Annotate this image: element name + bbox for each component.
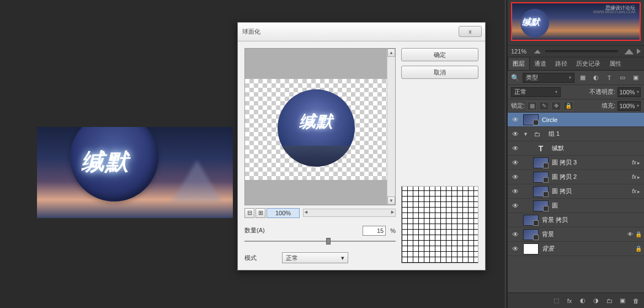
ok-button[interactable]: 确定 [401,48,478,61]
layer-name[interactable]: 背景 [542,245,635,253]
panel-divider[interactable] [505,0,505,308]
visibility-toggle[interactable]: 👁 [508,231,523,238]
layer-thumbnail[interactable] [523,114,539,125]
visibility-toggle[interactable]: 👁 [508,130,523,138]
search-icon[interactable]: 🔍 [511,74,519,82]
amount-label: 数量(A) [244,226,278,235]
adjustment-layer-icon[interactable]: ◑ [590,295,602,306]
layer-row[interactable]: 👁圆 [508,199,644,213]
layer-row[interactable]: 👁背景🔒 [508,242,644,256]
navigator-zoom-value[interactable]: 121% [511,48,526,55]
fx-expand-icon[interactable]: ▸ [637,160,640,166]
tab-paths[interactable]: 路径 [551,57,572,70]
tab-history[interactable]: 历史记录 [572,57,605,70]
tab-channels[interactable]: 通道 [530,57,551,70]
layer-name[interactable]: 圆 [552,201,642,210]
tab-properties[interactable]: 属性 [605,57,626,70]
visibility-toggle[interactable]: 👁 [508,159,523,167]
zoom-in-icon[interactable] [625,49,634,54]
fx-expand-icon[interactable]: ▸ [637,189,640,194]
filter-adjust-icon[interactable]: ◐ [591,73,601,83]
layer-thumbnail[interactable] [533,200,549,211]
filter-type-select[interactable]: 类型▾ [523,73,574,83]
zoom-value[interactable]: 100% [267,208,300,218]
fx-expand-icon[interactable]: ▸ [637,174,640,180]
fill-value[interactable]: 100%▾ [618,101,641,111]
lock-transparency-icon[interactable]: ▦ [527,102,537,110]
layer-row[interactable]: 👁Circle [508,113,644,127]
filter-pixel-icon[interactable]: ▦ [578,73,588,83]
zoom-out-button[interactable]: ⊟ [244,208,254,218]
layer-thumbnail[interactable]: 🗀 [530,129,545,140]
scroll-up-icon[interactable]: ▲ [387,49,395,57]
zoom-out-icon[interactable] [534,50,541,54]
layer-row[interactable]: 👁▼🗀组 1 [508,127,644,141]
visibility-toggle[interactable]: 👁 [508,245,523,253]
layer-row[interactable]: 👁圆 拷贝 2fx▸ [508,170,644,184]
new-layer-icon[interactable]: ▣ [616,295,629,306]
layer-thumbnail[interactable]: T [533,143,549,154]
amount-input[interactable] [363,226,386,236]
group-icon[interactable]: 🗀 [603,295,615,306]
layers-list[interactable]: 👁Circle👁▼🗀组 1👁T缄默👁圆 拷贝 3fx▸👁圆 拷贝 2fx▸👁圆 … [508,113,644,293]
layer-thumbnail[interactable] [523,243,539,254]
layer-thumbnail[interactable] [533,186,549,197]
layer-name[interactable]: 圆 拷贝 3 [552,158,632,167]
blend-mode-select[interactable]: 正常▾ [511,87,561,97]
opacity-value[interactable]: 100%▾ [618,87,641,97]
visibility-toggle[interactable]: 👁 [508,188,523,195]
navigator-panel[interactable]: 思缘设计论坛 WWW.MISSYUAN.COM 缄默 [508,0,644,45]
layer-name[interactable]: 缄默 [552,144,642,152]
fx-badge[interactable]: fx [632,160,636,166]
layer-name[interactable]: 组 1 [549,130,642,138]
panel-menu-icon[interactable] [637,49,641,54]
layer-name[interactable]: 圆 拷贝 [552,187,632,195]
preview-scrollbar[interactable]: ▲ ▼ [387,49,395,205]
visibility-toggle[interactable]: 👁 [508,216,523,224]
layer-row[interactable]: 👁圆 拷贝fx▸ [508,184,644,199]
fx-badge[interactable]: fx [632,188,636,194]
expand-arrow-icon[interactable]: ▼ [523,131,528,137]
delete-layer-icon[interactable]: 🗑 [630,295,642,306]
layer-name[interactable]: 背景 拷贝 [542,216,642,224]
zoom-scrollbar[interactable] [303,209,396,217]
dialog-titlebar[interactable]: 球面化 x [238,23,485,41]
cancel-button[interactable]: 取消 [401,66,478,79]
scroll-down-icon[interactable]: ▼ [387,197,395,205]
visibility-toggle[interactable]: 👁 [508,173,523,181]
layer-row[interactable]: 👁背景👁🔒 [508,227,644,242]
zoom-slider[interactable] [545,50,618,52]
lock-pixels-icon[interactable]: ✎ [539,102,549,110]
close-button[interactable]: x [459,26,482,37]
filter-type-icon[interactable]: T [604,73,614,83]
layer-name[interactable]: 圆 拷贝 2 [552,173,632,181]
amount-slider[interactable] [244,237,396,245]
fx-badge[interactable]: fx [632,174,636,180]
document-canvas[interactable]: 缄默 [37,127,233,218]
filter-smart-icon[interactable]: ▣ [631,73,641,83]
navigator-thumbnail[interactable]: 思缘设计论坛 WWW.MISSYUAN.COM 缄默 [511,2,641,41]
mode-select[interactable]: 正常 ▾ [282,252,348,263]
layer-thumbnail[interactable] [533,172,549,183]
visibility-toggle[interactable]: 👁 [508,145,523,152]
filter-shape-icon[interactable]: ▭ [618,73,627,83]
visibility-toggle[interactable]: 👁 [508,202,523,210]
layer-thumbnail[interactable] [523,229,539,240]
layer-style-icon[interactable]: fx [563,295,576,306]
link-layers-icon[interactable]: ⬚ [550,295,562,306]
layer-name[interactable]: 背景 [542,230,627,238]
filter-preview[interactable]: 缄默 ▲ ▼ [244,48,396,205]
layer-name[interactable]: Circle [542,116,642,123]
slider-thumb[interactable] [326,238,331,245]
layer-mask-icon[interactable]: ◐ [577,295,589,306]
layer-row[interactable]: 👁背景 拷贝 [508,213,644,227]
layer-row[interactable]: 👁圆 拷贝 3fx▸ [508,156,644,170]
visibility-toggle[interactable]: 👁 [508,116,523,124]
layer-thumbnail[interactable] [533,157,549,168]
tab-layers[interactable]: 图层 [508,57,530,70]
zoom-in-button[interactable]: ⊞ [256,208,265,218]
lock-all-icon[interactable]: 🔒 [563,102,573,110]
lock-position-icon[interactable]: ✥ [551,102,561,110]
layer-thumbnail[interactable] [523,215,539,226]
layer-row[interactable]: 👁T缄默 [508,141,644,156]
